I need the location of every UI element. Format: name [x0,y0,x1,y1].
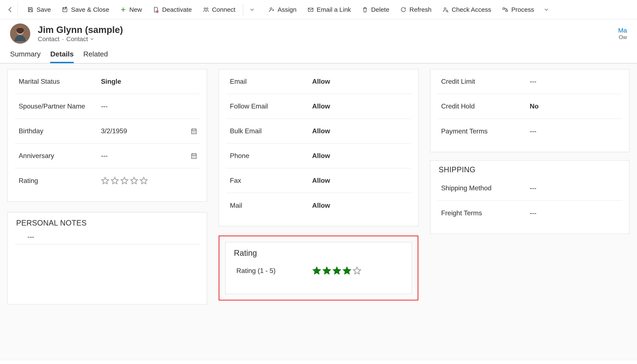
credithold-value: No [525,102,622,110]
form-selector[interactable]: Contact [66,36,94,42]
separator [243,4,243,15]
assign-label: Assign [278,6,297,13]
field-email[interactable]: Email Allow [226,69,411,94]
payterms-label: Payment Terms [437,127,525,135]
column-3: Credit Limit --- Credit Hold No Payment … [430,69,629,355]
payterms-value: --- [525,127,622,135]
field-birthday[interactable]: Birthday 3/2/1959 [15,119,200,144]
notes-title: PERSONAL NOTES [15,212,200,229]
connect-button[interactable]: Connect [197,3,241,16]
field-notes[interactable]: --- [15,229,200,244]
form-name: Contact [66,36,88,42]
owner-link[interactable]: Ma [618,27,627,34]
rating-stars-empty[interactable] [101,176,148,185]
refresh-button[interactable]: Refresh [395,3,437,16]
calendar-icon[interactable] [190,152,198,160]
field-anniversary[interactable]: Anniversary --- [15,144,200,168]
star-icon[interactable] [312,266,321,275]
assign-icon [268,6,275,13]
fax-value: Allow [308,177,411,184]
rating-label: Rating [15,177,97,184]
billing-card: Credit Limit --- Credit Hold No Payment … [430,69,629,152]
tab-details[interactable]: Details [50,50,74,63]
deactivate-button[interactable]: Deactivate [147,3,197,16]
freight-value: --- [525,209,622,217]
bulk-label: Bulk Email [226,127,308,135]
refresh-icon [400,6,407,13]
bulk-value: Allow [308,127,411,135]
follow-value: Allow [308,102,411,110]
field-phone[interactable]: Phone Allow [226,144,411,168]
process-icon [502,6,508,13]
field-credit-hold[interactable]: Credit Hold No [437,94,622,119]
mail-value: Allow [308,202,411,210]
save-label: Save [37,6,51,13]
personal-info-card: Marital Status Single Spouse/Partner Nam… [8,69,207,202]
star-icon[interactable] [353,266,361,275]
check-access-button[interactable]: Check Access [437,3,497,16]
creditlimit-value: --- [525,78,622,86]
marital-status-label: Marital Status [15,78,97,86]
anniversary-label: Anniversary [15,152,97,160]
star-icon[interactable] [343,266,351,275]
check-access-icon [442,6,449,13]
command-bar: Save Save & Close New Deactivate Connect… [0,0,637,19]
field-marital-status[interactable]: Marital Status Single [15,69,200,94]
field-payment-terms[interactable]: Payment Terms --- [437,119,622,144]
star-icon[interactable] [332,266,341,275]
email-label: Email [226,78,308,86]
field-bulk-email[interactable]: Bulk Email Allow [226,119,411,144]
field-rating-empty[interactable]: Rating [15,168,200,193]
delete-button[interactable]: Delete [356,3,395,16]
anniversary-value: --- [97,152,200,160]
new-label: New [129,6,142,13]
assign-button[interactable]: Assign [263,3,302,16]
star-icon[interactable] [111,176,119,185]
process-button[interactable]: Process [497,3,539,16]
field-credit-limit[interactable]: Credit Limit --- [437,69,622,94]
separator-dot: · [62,36,64,42]
check-access-label: Check Access [452,6,491,13]
field-fax[interactable]: Fax Allow [226,168,411,193]
owner-caption: Ow [618,34,627,40]
phone-label: Phone [226,152,308,160]
star-icon[interactable] [130,176,138,185]
tab-summary[interactable]: Summary [10,50,41,63]
record-header: Jim Glynn (sample) Contact · Contact Ma … [0,19,637,44]
save-close-icon [62,6,68,13]
field-mail[interactable]: Mail Allow [226,193,411,218]
freight-label: Freight Terms [437,209,525,217]
star-icon[interactable] [140,176,148,185]
credithold-label: Credit Hold [437,102,525,110]
spouse-value: --- [97,102,200,110]
email-link-button[interactable]: Email a Link [302,3,356,16]
calendar-icon[interactable] [190,128,198,135]
save-button[interactable]: Save [22,3,56,16]
field-spouse-name[interactable]: Spouse/Partner Name --- [15,94,200,119]
field-freight-terms[interactable]: Freight Terms --- [437,200,622,225]
connect-icon [203,6,209,13]
email-link-label: Email a Link [317,6,351,13]
new-button[interactable]: New [115,3,147,16]
star-icon[interactable] [120,176,129,185]
star-icon[interactable] [101,176,109,185]
rating-stars[interactable] [312,266,361,275]
save-close-button[interactable]: Save & Close [56,3,115,16]
star-icon[interactable] [322,266,331,275]
entity-name: Contact [38,36,59,42]
header-owner: Ma Ow [618,27,627,40]
back-button[interactable] [3,2,18,17]
page-title: Jim Glynn (sample) [38,24,123,35]
mail-icon [307,6,314,13]
process-more-button[interactable] [540,7,553,12]
field-rating-1to5[interactable]: Rating (1 - 5) [233,260,404,281]
birthday-text: 3/2/1959 [101,127,127,135]
field-shipping-method[interactable]: Shipping Method --- [437,176,622,200]
creditlimit-label: Credit Limit [437,78,525,86]
back-icon [7,6,14,13]
field-follow-email[interactable]: Follow Email Allow [226,94,411,119]
marital-status-value: Single [97,78,200,86]
personal-notes-card: PERSONAL NOTES --- [8,212,207,304]
connect-more-button[interactable] [245,7,259,12]
tab-related[interactable]: Related [83,50,108,63]
